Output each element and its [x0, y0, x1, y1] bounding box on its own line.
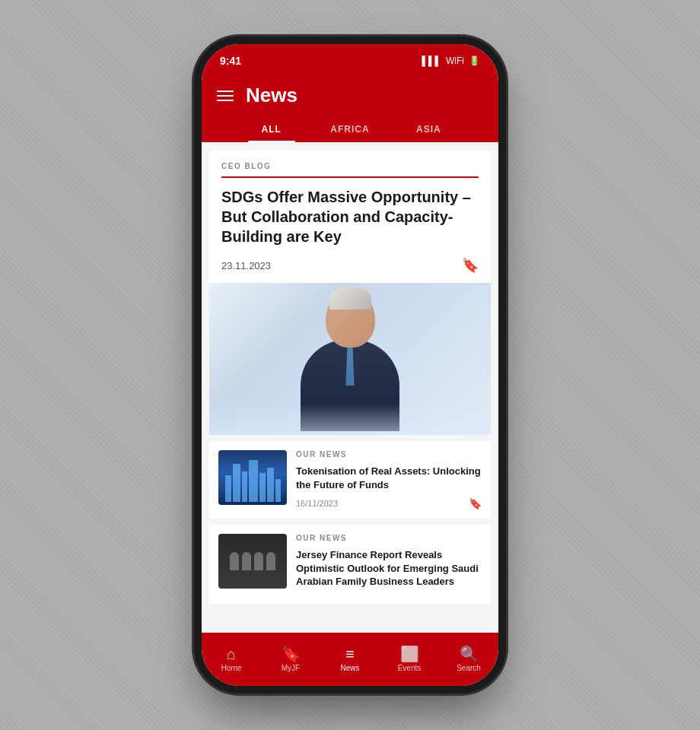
- meeting-person: [266, 552, 275, 570]
- search-icon: 🔍: [460, 646, 479, 662]
- wifi-icon: WiFi: [446, 56, 464, 66]
- nav-home[interactable]: ⌂ Home: [202, 633, 261, 686]
- article-title: Tokenisation of Real Assets: Unlocking t…: [296, 465, 482, 491]
- featured-category: CEO BLOG: [221, 162, 479, 170]
- bottom-nav: ⌂ Home 🔖 MyJF ≡ News ⬜ Events 🔍 Search: [202, 633, 498, 686]
- header: News ALL AFRICA ASIA: [202, 78, 498, 142]
- building: [259, 473, 266, 502]
- nav-home-label: Home: [221, 664, 242, 672]
- nav-search[interactable]: 🔍 Search: [439, 633, 498, 686]
- building: [275, 479, 281, 502]
- article-thumbnail: [218, 534, 287, 589]
- city-thumbnail: [218, 450, 287, 505]
- tab-asia[interactable]: ASIA: [390, 116, 468, 142]
- city-buildings: [225, 460, 281, 505]
- featured-separator: [221, 176, 479, 178]
- featured-article[interactable]: CEO BLOG SDGs Offer Massive Opportunity …: [209, 150, 491, 435]
- building: [233, 464, 240, 502]
- image-fade: [209, 405, 491, 435]
- news-icon: ≡: [345, 646, 355, 662]
- bookmark-nav-icon: 🔖: [282, 646, 301, 662]
- nav-myjf[interactable]: 🔖 MyJF: [261, 633, 320, 686]
- nav-news-label: News: [340, 664, 359, 672]
- status-bar: 9:41 ▌▌▌ WiFi 🔋: [202, 44, 498, 78]
- page-title: News: [246, 84, 298, 107]
- signal-icon: ▌▌▌: [422, 56, 441, 66]
- menu-button[interactable]: [217, 90, 234, 101]
- article-category: OUR NEWS: [296, 534, 482, 542]
- article-meta: 16/11/2023 🔖: [296, 497, 482, 509]
- meeting-people: [230, 552, 275, 570]
- building: [225, 475, 231, 502]
- featured-date: 23.11.2023: [221, 260, 271, 271]
- bookmark-icon[interactable]: 🔖: [469, 497, 482, 509]
- article-title: Jersey Finance Report Reveals Optimistic…: [296, 548, 482, 589]
- tabs-bar: ALL AFRICA ASIA: [217, 116, 483, 142]
- article-date: 16/11/2023: [296, 499, 338, 508]
- featured-meta: 23.11.2023 🔖: [209, 257, 491, 283]
- nav-events-label: Events: [398, 664, 422, 672]
- content-area: CEO BLOG SDGs Offer Massive Opportunity …: [202, 142, 498, 633]
- featured-title: SDGs Offer Massive Opportunity – But Col…: [221, 187, 479, 246]
- meeting-person: [230, 552, 239, 570]
- article-item[interactable]: OUR NEWS Jersey Finance Report Reveals O…: [209, 525, 491, 604]
- status-time: 9:41: [220, 55, 241, 67]
- tab-africa[interactable]: AFRICA: [310, 116, 389, 142]
- article-thumbnail: [218, 450, 287, 505]
- nav-myjf-label: MyJF: [282, 664, 300, 672]
- article-content: OUR NEWS Jersey Finance Report Reveals O…: [296, 534, 482, 595]
- home-icon: ⌂: [227, 646, 236, 662]
- meeting-thumbnail: [218, 534, 287, 589]
- article-content: OUR NEWS Tokenisation of Real Assets: Un…: [296, 450, 482, 509]
- article-item[interactable]: OUR NEWS Tokenisation of Real Assets: Un…: [209, 441, 491, 519]
- building: [242, 471, 247, 502]
- events-icon: ⬜: [400, 646, 419, 662]
- person-hair: [329, 287, 371, 309]
- building: [267, 468, 274, 502]
- status-icons: ▌▌▌ WiFi 🔋: [422, 56, 480, 66]
- battery-icon: 🔋: [469, 56, 480, 66]
- meeting-person: [254, 552, 263, 570]
- nav-search-label: Search: [457, 664, 481, 672]
- article-category: OUR NEWS: [296, 450, 482, 459]
- building: [249, 460, 258, 502]
- phone-frame: 9:41 ▌▌▌ WiFi 🔋 News ALL AFRICA ASIA CEO…: [202, 44, 498, 686]
- tab-all[interactable]: ALL: [232, 116, 310, 142]
- nav-news[interactable]: ≡ News: [320, 633, 380, 686]
- person-head: [326, 290, 375, 348]
- featured-image: [209, 283, 491, 435]
- meeting-person: [242, 552, 251, 570]
- nav-events[interactable]: ⬜ Events: [380, 633, 439, 686]
- bookmark-icon[interactable]: 🔖: [462, 257, 479, 274]
